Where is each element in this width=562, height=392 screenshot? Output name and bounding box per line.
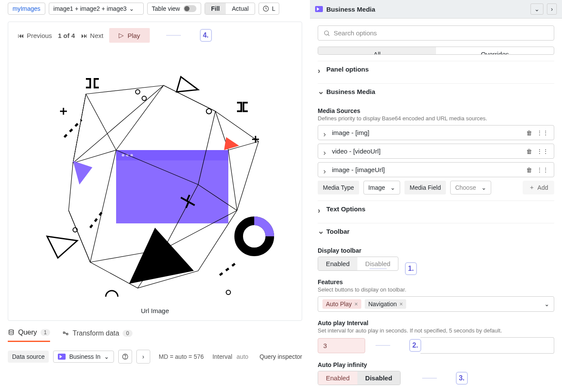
section-panel-options[interactable]: Panel options bbox=[318, 61, 554, 77]
section-business-media[interactable]: Business Media bbox=[318, 83, 554, 100]
enabled-option[interactable]: Enabled bbox=[318, 257, 357, 270]
time-range-button[interactable]: L bbox=[259, 3, 279, 15]
svg-point-14 bbox=[142, 96, 146, 100]
counter-text: 1 of 4 bbox=[58, 32, 75, 39]
enabled-option[interactable]: Enabled bbox=[318, 371, 357, 385]
svg-point-13 bbox=[136, 90, 140, 94]
table-view-toggle[interactable]: Table view bbox=[147, 3, 201, 15]
features-label: Features bbox=[318, 279, 554, 285]
rewind-icon: ⏮ bbox=[18, 32, 24, 39]
help-button[interactable] bbox=[118, 350, 132, 364]
database-icon bbox=[8, 329, 15, 336]
previous-label: Previous bbox=[27, 32, 52, 39]
svg-marker-9 bbox=[73, 161, 92, 185]
fill-actual-segment[interactable]: Fill Actual bbox=[205, 3, 255, 15]
chevron-down-icon: ⌄ bbox=[104, 353, 109, 360]
svg-point-18 bbox=[9, 329, 14, 331]
plus-icon: ＋ bbox=[529, 184, 535, 191]
search-icon bbox=[323, 30, 330, 37]
play-button[interactable]: ▷ Play bbox=[109, 28, 149, 43]
trash-icon[interactable]: 🗑 bbox=[526, 148, 532, 155]
tab-query-label: Query bbox=[18, 329, 37, 336]
visualization-canvas bbox=[8, 49, 302, 303]
chip-autoplay[interactable]: Auto Play × bbox=[322, 299, 361, 309]
interval-input[interactable] bbox=[318, 338, 365, 353]
media-source-label: image - [img] bbox=[332, 129, 369, 136]
annotation-1: 1. bbox=[369, 262, 417, 275]
trash-icon[interactable]: 🗑 bbox=[526, 166, 532, 173]
svg-marker-6 bbox=[129, 228, 194, 284]
data-source-picker[interactable]: Business In ⌄ bbox=[53, 351, 114, 363]
previous-button[interactable]: ⏮ Previous bbox=[18, 32, 52, 39]
next-button[interactable]: ⏭ Next bbox=[81, 32, 104, 39]
chevron-right-icon bbox=[318, 67, 322, 72]
svg-marker-7 bbox=[177, 77, 198, 92]
chevron-down-icon[interactable]: ⌄ bbox=[530, 3, 543, 15]
svg-point-20 bbox=[125, 358, 125, 358]
chip-autoplay-label: Auto Play bbox=[326, 301, 352, 307]
visualization-caption: Url Image bbox=[8, 303, 302, 320]
media-field-label: Media Field bbox=[404, 181, 446, 194]
media-field-value: Choose bbox=[455, 184, 476, 191]
tab-transform-label: Transform data bbox=[73, 329, 119, 337]
section-text-options-label: Text Options bbox=[326, 205, 366, 213]
media-source-item[interactable]: image - [imageUrl] 🗑 ⋮⋮ bbox=[318, 162, 554, 177]
section-text-options[interactable]: Text Options bbox=[318, 201, 554, 217]
drag-handle-icon[interactable]: ⋮⋮ bbox=[537, 166, 549, 173]
interval-help: Set interval for auto play in seconds. I… bbox=[318, 327, 554, 334]
images-selector-text: image1 + image2 + image3 bbox=[54, 5, 127, 12]
search-input[interactable]: Search options bbox=[318, 25, 554, 41]
chevron-right-icon bbox=[318, 207, 322, 211]
svg-point-21 bbox=[325, 31, 328, 34]
myimages-button[interactable]: myImages bbox=[8, 3, 45, 15]
section-panel-options-label: Panel options bbox=[326, 66, 369, 73]
query-inspector-link[interactable]: Query inspector bbox=[259, 353, 302, 360]
tab-transform[interactable]: Transform data 0 bbox=[62, 329, 133, 342]
all-overrides-segment[interactable]: All Overrides bbox=[318, 47, 554, 55]
svg-rect-1 bbox=[116, 150, 228, 223]
features-chip-row[interactable]: Auto Play × Navigation × ⌄ bbox=[318, 296, 554, 312]
query-count-badge: 1 bbox=[41, 329, 51, 336]
chevron-right-icon bbox=[323, 168, 328, 172]
add-source-button[interactable]: ＋ Add bbox=[523, 181, 554, 194]
chevron-down-icon[interactable]: ⌄ bbox=[544, 301, 549, 307]
chip-navigation[interactable]: Navigation × bbox=[365, 299, 406, 309]
chevron-down-icon: ⌄ bbox=[481, 184, 486, 191]
actual-option[interactable]: Actual bbox=[226, 3, 255, 14]
media-source-item[interactable]: image - [img] 🗑 ⋮⋮ bbox=[318, 125, 554, 140]
transform-count-badge: 0 bbox=[123, 330, 133, 337]
media-source-item[interactable]: video - [videoUrl] 🗑 ⋮⋮ bbox=[318, 144, 554, 159]
chevron-down-icon: ⌄ bbox=[390, 184, 395, 191]
close-icon[interactable]: × bbox=[354, 301, 358, 307]
media-source-label: image - [imageUrl] bbox=[332, 166, 385, 173]
media-type-select[interactable]: Image ⌄ bbox=[363, 181, 400, 194]
seg-all[interactable]: All bbox=[318, 47, 436, 54]
media-field-select[interactable]: Choose ⌄ bbox=[450, 181, 491, 194]
right-panel-title: Business Media bbox=[326, 6, 527, 13]
search-placeholder: Search options bbox=[334, 29, 377, 37]
media-type-value: Image bbox=[368, 184, 385, 191]
panel-frame: ⏮ Previous 1 of 4 ⏭ Next ▷ Play 4. bbox=[8, 22, 302, 321]
play-label: Play bbox=[127, 32, 140, 39]
drag-handle-icon[interactable]: ⋮⋮ bbox=[537, 129, 549, 136]
expand-button[interactable]: › bbox=[136, 350, 150, 364]
tab-query[interactable]: Query 1 bbox=[8, 329, 50, 342]
annotation-4: 4. bbox=[166, 29, 212, 42]
close-icon[interactable]: × bbox=[399, 301, 403, 307]
chevron-right-icon[interactable]: › bbox=[547, 3, 557, 15]
section-toolbar-label: Toolbar bbox=[326, 228, 350, 235]
data-source-text: Business In bbox=[69, 353, 100, 360]
disabled-option[interactable]: Disabled bbox=[357, 371, 400, 385]
md-text: MD = auto = 576 bbox=[159, 353, 204, 360]
trash-icon[interactable]: 🗑 bbox=[526, 129, 532, 136]
section-toolbar[interactable]: Toolbar bbox=[318, 223, 554, 239]
infinity-toggle[interactable]: Enabled Disabled bbox=[318, 371, 401, 385]
images-selector[interactable]: image1 + image2 + image3 ⌄ bbox=[49, 3, 144, 15]
drag-handle-icon[interactable]: ⋮⋮ bbox=[537, 148, 549, 155]
chevron-down-icon bbox=[318, 90, 322, 94]
chevron-down-icon: ⌄ bbox=[129, 5, 134, 12]
fill-option[interactable]: Fill bbox=[205, 3, 226, 14]
seg-overrides[interactable]: Overrides bbox=[436, 47, 554, 54]
chevron-right-icon bbox=[323, 131, 328, 135]
switch-icon bbox=[183, 5, 196, 12]
